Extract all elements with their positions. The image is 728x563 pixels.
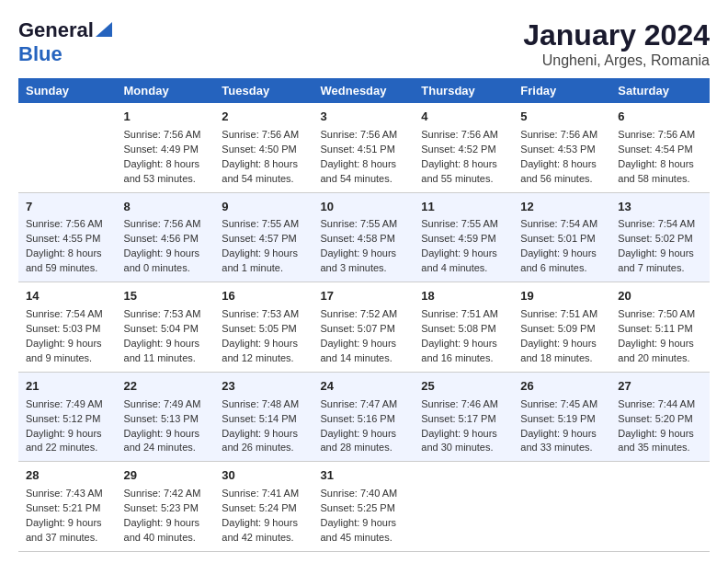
day-number: 21	[26, 378, 109, 396]
sunset-info: Sunset: 4:58 PM	[321, 232, 407, 247]
sunrise-info: Sunrise: 7:45 AM	[520, 397, 603, 412]
sunrise-info: Sunrise: 7:56 AM	[124, 128, 208, 143]
daylight-info: Daylight: 9 hours and 40 minutes.	[124, 516, 208, 546]
sunset-info: Sunset: 5:11 PM	[618, 322, 702, 337]
sunset-info: Sunset: 4:51 PM	[321, 143, 407, 157]
sunrise-info: Sunrise: 7:47 AM	[321, 397, 407, 412]
daylight-info: Daylight: 9 hours and 37 minutes.	[26, 516, 109, 546]
location-subtitle: Ungheni, Arges, Romania	[523, 52, 710, 69]
sunrise-info: Sunrise: 7:56 AM	[618, 128, 702, 143]
daylight-info: Daylight: 9 hours and 14 minutes.	[321, 337, 407, 366]
day-number: 4	[421, 109, 506, 126]
sunrise-info: Sunrise: 7:55 AM	[222, 217, 305, 232]
calendar-cell: 31Sunrise: 7:40 AMSunset: 5:25 PMDayligh…	[313, 462, 415, 552]
sunrise-info: Sunrise: 7:56 AM	[124, 217, 208, 232]
sunrise-info: Sunrise: 7:46 AM	[421, 397, 506, 412]
calendar-cell: 5Sunrise: 7:56 AMSunset: 4:53 PMDaylight…	[513, 103, 610, 192]
calendar-cell: 21Sunrise: 7:49 AMSunset: 5:12 PMDayligh…	[18, 372, 117, 462]
daylight-info: Daylight: 8 hours and 54 minutes.	[222, 157, 305, 187]
calendar-cell: 9Sunrise: 7:55 AMSunset: 4:57 PMDaylight…	[214, 192, 313, 282]
sunset-info: Sunset: 5:13 PM	[124, 412, 208, 427]
daylight-info: Daylight: 8 hours and 54 minutes.	[321, 157, 407, 187]
day-number: 3	[321, 109, 407, 126]
day-number: 31	[321, 467, 407, 485]
logo-general-text: General	[18, 18, 94, 42]
sunset-info: Sunset: 5:08 PM	[421, 322, 506, 337]
sunrise-info: Sunrise: 7:55 AM	[321, 217, 407, 232]
sunrise-info: Sunrise: 7:56 AM	[421, 128, 506, 143]
sunrise-info: Sunrise: 7:56 AM	[222, 128, 305, 143]
day-number: 29	[124, 467, 208, 485]
day-number: 26	[520, 378, 603, 396]
sunrise-info: Sunrise: 7:44 AM	[618, 397, 702, 412]
header-day-tuesday: Tuesday	[214, 78, 313, 103]
header-day-thursday: Thursday	[414, 78, 513, 103]
day-number: 19	[520, 288, 603, 305]
sunset-info: Sunset: 4:59 PM	[421, 232, 506, 247]
calendar-cell: 25Sunrise: 7:46 AMSunset: 5:17 PMDayligh…	[414, 372, 513, 462]
daylight-info: Daylight: 8 hours and 53 minutes.	[124, 157, 208, 187]
calendar-cell: 29Sunrise: 7:42 AMSunset: 5:23 PMDayligh…	[117, 462, 215, 552]
daylight-info: Daylight: 9 hours and 26 minutes.	[222, 427, 305, 456]
sunset-info: Sunset: 4:56 PM	[124, 232, 208, 247]
calendar-week-row: 1Sunrise: 7:56 AMSunset: 4:49 PMDaylight…	[18, 103, 710, 192]
calendar-cell: 28Sunrise: 7:43 AMSunset: 5:21 PMDayligh…	[18, 462, 117, 552]
calendar-cell: 24Sunrise: 7:47 AMSunset: 5:16 PMDayligh…	[313, 372, 415, 462]
daylight-info: Daylight: 9 hours and 35 minutes.	[618, 427, 702, 456]
calendar-cell: 7Sunrise: 7:56 AMSunset: 4:55 PMDaylight…	[18, 192, 117, 282]
day-number: 28	[26, 467, 109, 485]
sunrise-info: Sunrise: 7:52 AM	[321, 307, 407, 322]
daylight-info: Daylight: 8 hours and 59 minutes.	[26, 247, 109, 276]
sunset-info: Sunset: 5:21 PM	[26, 501, 109, 516]
sunset-info: Sunset: 5:14 PM	[222, 412, 305, 427]
sunrise-info: Sunrise: 7:55 AM	[421, 217, 506, 232]
day-number: 5	[520, 109, 603, 126]
logo-blue-text: Blue	[18, 42, 63, 66]
calendar-week-row: 21Sunrise: 7:49 AMSunset: 5:12 PMDayligh…	[18, 372, 710, 462]
daylight-info: Daylight: 9 hours and 28 minutes.	[321, 427, 407, 456]
sunset-info: Sunset: 5:24 PM	[222, 501, 305, 516]
day-number: 30	[222, 467, 305, 485]
daylight-info: Daylight: 9 hours and 0 minutes.	[124, 247, 208, 276]
calendar-cell: 30Sunrise: 7:41 AMSunset: 5:24 PMDayligh…	[214, 462, 313, 552]
calendar-week-row: 14Sunrise: 7:54 AMSunset: 5:03 PMDayligh…	[18, 282, 710, 373]
sunset-info: Sunset: 5:16 PM	[321, 412, 407, 427]
calendar-week-row: 7Sunrise: 7:56 AMSunset: 4:55 PMDaylight…	[18, 192, 710, 282]
calendar-cell: 3Sunrise: 7:56 AMSunset: 4:51 PMDaylight…	[313, 103, 415, 192]
svg-marker-0	[96, 22, 112, 37]
month-title: January 2024	[523, 18, 710, 52]
sunset-info: Sunset: 5:04 PM	[124, 322, 208, 337]
daylight-info: Daylight: 9 hours and 30 minutes.	[421, 427, 506, 456]
calendar-cell: 10Sunrise: 7:55 AMSunset: 4:58 PMDayligh…	[313, 192, 415, 282]
sunset-info: Sunset: 5:01 PM	[520, 232, 603, 247]
calendar-cell: 4Sunrise: 7:56 AMSunset: 4:52 PMDaylight…	[414, 103, 513, 192]
calendar-cell: 8Sunrise: 7:56 AMSunset: 4:56 PMDaylight…	[117, 192, 215, 282]
daylight-info: Daylight: 9 hours and 16 minutes.	[421, 337, 506, 366]
sunset-info: Sunset: 4:52 PM	[421, 143, 506, 157]
daylight-info: Daylight: 9 hours and 18 minutes.	[520, 337, 603, 366]
day-number: 27	[618, 378, 702, 396]
sunrise-info: Sunrise: 7:41 AM	[222, 487, 305, 501]
day-number: 12	[520, 199, 603, 216]
sunset-info: Sunset: 5:09 PM	[520, 322, 603, 337]
sunset-info: Sunset: 5:25 PM	[321, 501, 407, 516]
day-number: 16	[222, 288, 305, 305]
day-number: 10	[321, 199, 407, 216]
calendar-cell: 16Sunrise: 7:53 AMSunset: 5:05 PMDayligh…	[214, 282, 313, 373]
day-number: 22	[124, 378, 208, 396]
sunrise-info: Sunrise: 7:54 AM	[520, 217, 603, 232]
calendar-cell: 19Sunrise: 7:51 AMSunset: 5:09 PMDayligh…	[513, 282, 610, 373]
sunset-info: Sunset: 5:03 PM	[26, 322, 109, 337]
header-day-wednesday: Wednesday	[313, 78, 415, 103]
logo: General Blue	[18, 18, 112, 66]
daylight-info: Daylight: 9 hours and 7 minutes.	[618, 247, 702, 276]
daylight-info: Daylight: 9 hours and 33 minutes.	[520, 427, 603, 456]
calendar-cell: 6Sunrise: 7:56 AMSunset: 4:54 PMDaylight…	[610, 103, 710, 192]
sunrise-info: Sunrise: 7:56 AM	[520, 128, 603, 143]
sunrise-info: Sunrise: 7:51 AM	[421, 307, 506, 322]
sunrise-info: Sunrise: 7:42 AM	[124, 487, 208, 501]
day-number: 8	[124, 199, 208, 216]
daylight-info: Daylight: 9 hours and 1 minute.	[222, 247, 305, 276]
sunset-info: Sunset: 4:55 PM	[26, 232, 109, 247]
daylight-info: Daylight: 8 hours and 58 minutes.	[618, 157, 702, 187]
